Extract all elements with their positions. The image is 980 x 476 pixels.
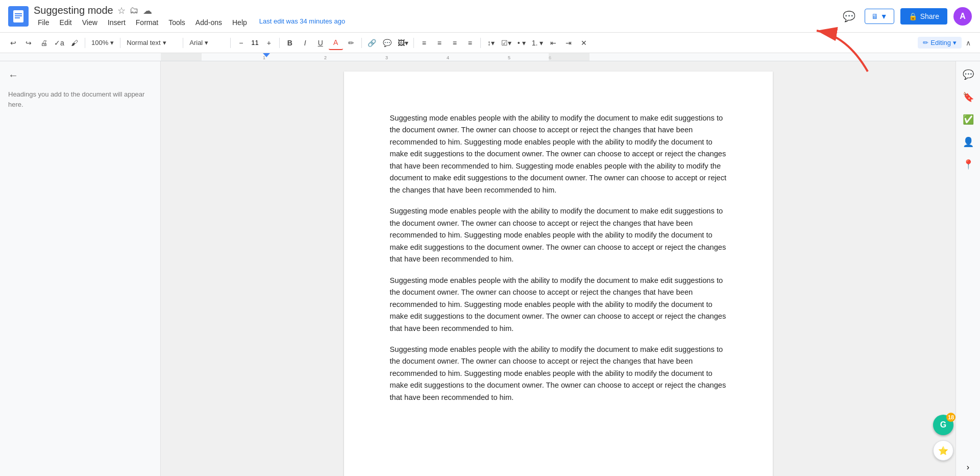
svg-rect-3 <box>15 15 22 16</box>
comments-button[interactable]: 💬 <box>840 7 859 26</box>
insert-image-button[interactable]: 🖼▾ <box>396 36 410 50</box>
present-icon: 🖥 <box>871 12 878 20</box>
assistant-icon: ⭐ <box>938 446 948 456</box>
numbered-list-button[interactable]: 1. ▾ <box>530 36 546 50</box>
svg-text:3: 3 <box>385 55 388 60</box>
last-edit-status: Last edit was 34 minutes ago <box>259 17 345 28</box>
svg-rect-14 <box>549 53 590 61</box>
insert-comment-button[interactable]: 💬 <box>380 36 395 50</box>
main-layout: ← Headings you add to the document will … <box>0 61 980 476</box>
font-value: Arial <box>189 39 203 46</box>
font-size-decrease-button[interactable]: − <box>234 36 248 50</box>
zoom-select[interactable]: 100% ▾ <box>88 36 117 50</box>
svg-rect-4 <box>15 17 20 18</box>
menu-addons[interactable]: Add-ons <box>191 17 226 28</box>
cloud-icon[interactable]: ☁ <box>143 5 152 16</box>
right-panel-bookmark-icon[interactable]: 🔖 <box>959 88 977 106</box>
document-area[interactable]: Suggesting mode enables people with the … <box>161 61 955 476</box>
menu-insert[interactable]: Insert <box>104 17 130 28</box>
user-avatar[interactable]: A <box>953 7 972 26</box>
menu-format[interactable]: Format <box>132 17 162 28</box>
document-page: Suggesting mode enables people with the … <box>344 72 773 476</box>
separator-1 <box>85 38 85 48</box>
align-justify-button[interactable]: ≡ <box>463 36 477 50</box>
indent-decrease-button[interactable]: ⇤ <box>546 36 560 50</box>
separator-6 <box>361 38 362 48</box>
separator-7 <box>413 38 414 48</box>
align-center-button[interactable]: ≡ <box>432 36 447 50</box>
align-right-button[interactable]: ≡ <box>448 36 462 50</box>
undo-button[interactable]: ↩ <box>6 36 20 50</box>
grammarly-count: 18 <box>946 413 955 422</box>
present-dropdown-icon: ▼ <box>880 12 888 20</box>
menu-view[interactable]: View <box>78 17 102 28</box>
menu-help[interactable]: Help <box>228 17 251 28</box>
bullet-list-button[interactable]: • ▾ <box>514 36 529 50</box>
separator-2 <box>120 38 120 48</box>
share-label: Share <box>920 12 939 20</box>
paint-format-button[interactable]: 🖌 <box>67 36 82 50</box>
text-color-button[interactable]: A <box>329 36 343 50</box>
editing-mode-button[interactable]: ✏ Editing ▾ <box>918 37 962 49</box>
font-size-value: 11 <box>249 39 260 46</box>
right-panel-expand-icon: › <box>967 463 969 472</box>
separator-8 <box>480 38 481 48</box>
folder-icon[interactable]: 🗂 <box>130 5 139 16</box>
lock-icon: 🔒 <box>909 12 917 20</box>
toolbar: ↩ ↪ 🖨 ✓a 🖌 100% ▾ Normal text ▾ Arial ▾ … <box>0 33 980 53</box>
svg-text:5: 5 <box>508 55 510 60</box>
checklist-button[interactable]: ☑▾ <box>499 36 513 50</box>
zoom-dropdown-icon: ▾ <box>110 39 114 46</box>
font-select[interactable]: Arial ▾ <box>186 36 227 50</box>
title-right-actions: 💬 🖥 ▼ 🔒 Share A <box>840 7 972 26</box>
line-spacing-button[interactable]: ↕▾ <box>484 36 498 50</box>
assistant-button[interactable]: ⭐ <box>933 440 953 461</box>
font-size-controls: − 11 + <box>234 36 276 50</box>
italic-button[interactable]: I <box>298 36 312 50</box>
svg-rect-13 <box>161 53 202 61</box>
bold-button[interactable]: B <box>283 36 297 50</box>
style-select[interactable]: Normal text ▾ <box>124 36 180 50</box>
font-dropdown-icon: ▾ <box>205 39 208 46</box>
doc-title-row: Suggesting mode ☆ 🗂 ☁ <box>34 5 840 16</box>
align-left-button[interactable]: ≡ <box>417 36 431 50</box>
menu-file[interactable]: File <box>34 17 54 28</box>
underline-button[interactable]: U <box>313 36 328 50</box>
svg-text:1: 1 <box>263 55 265 60</box>
right-panel-map-icon[interactable]: 📍 <box>959 155 977 174</box>
svg-rect-2 <box>15 13 22 14</box>
title-bar: Suggesting mode ☆ 🗂 ☁ File Edit View Ins… <box>0 0 980 33</box>
svg-rect-5 <box>161 53 590 61</box>
separator-4 <box>230 38 231 48</box>
font-size-increase-button[interactable]: + <box>262 36 276 50</box>
grammarly-badge[interactable]: G 18 <box>933 415 953 435</box>
redo-button[interactable]: ↪ <box>21 36 36 50</box>
style-value: Normal text <box>127 39 160 46</box>
paragraph-1: Suggesting mode enables people with the … <box>390 112 727 196</box>
editing-dropdown-icon: ▾ <box>953 39 957 46</box>
sidebar: ← Headings you add to the document will … <box>0 61 161 476</box>
collapse-toolbar-button[interactable]: ∧ <box>963 38 974 48</box>
style-dropdown-icon: ▾ <box>163 39 166 46</box>
zoom-value: 100% <box>91 39 108 46</box>
sidebar-back-button[interactable]: ← <box>8 69 152 81</box>
clear-format-button[interactable]: ✕ <box>577 36 591 50</box>
menu-edit[interactable]: Edit <box>56 17 76 28</box>
menu-tools[interactable]: Tools <box>164 17 189 28</box>
star-icon[interactable]: ☆ <box>117 5 126 16</box>
right-panel-comments-icon[interactable]: 💬 <box>959 65 977 84</box>
spellcheck-button[interactable]: ✓a <box>52 36 66 50</box>
document-title[interactable]: Suggesting mode <box>34 5 113 16</box>
right-panel: 💬 🔖 ✅ 👤 📍 › <box>955 61 980 476</box>
print-button[interactable]: 🖨 <box>37 36 51 50</box>
highlight-button[interactable]: ✏ <box>344 36 358 50</box>
share-button[interactable]: 🔒 Share <box>900 8 947 25</box>
present-button[interactable]: 🖥 ▼ <box>865 9 894 24</box>
right-panel-check-icon[interactable]: ✅ <box>959 110 977 129</box>
right-panel-person-icon[interactable]: 👤 <box>959 133 977 151</box>
svg-text:4: 4 <box>447 55 449 60</box>
insert-link-button[interactable]: 🔗 <box>365 36 379 50</box>
ruler-svg: 1 2 3 4 5 6 <box>161 53 590 61</box>
separator-5 <box>279 38 280 48</box>
indent-increase-button[interactable]: ⇥ <box>561 36 576 50</box>
